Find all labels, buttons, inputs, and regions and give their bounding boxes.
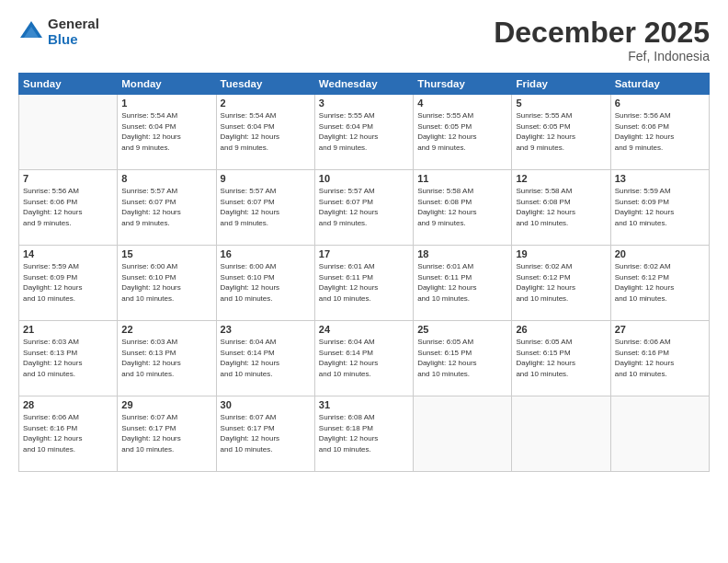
- calendar-page: General Blue December 2025 Fef, Indonesi…: [0, 0, 728, 563]
- day-info: Sunrise: 5:56 AM Sunset: 6:06 PM Dayligh…: [23, 186, 113, 228]
- calendar-cell: [512, 396, 610, 472]
- day-info: Sunrise: 6:05 AM Sunset: 6:15 PM Dayligh…: [516, 337, 606, 379]
- calendar-cell: 4Sunrise: 5:55 AM Sunset: 6:05 PM Daylig…: [414, 95, 512, 170]
- day-info: Sunrise: 6:07 AM Sunset: 6:17 PM Dayligh…: [121, 412, 211, 454]
- day-number: 26: [516, 324, 606, 335]
- calendar-cell: 8Sunrise: 5:57 AM Sunset: 6:07 PM Daylig…: [118, 170, 216, 246]
- day-number: 19: [516, 248, 606, 259]
- day-info: Sunrise: 5:56 AM Sunset: 6:06 PM Dayligh…: [615, 110, 705, 153]
- day-info: Sunrise: 5:57 AM Sunset: 6:07 PM Dayligh…: [121, 186, 211, 228]
- day-info: Sunrise: 6:03 AM Sunset: 6:13 PM Dayligh…: [121, 337, 211, 379]
- day-info: Sunrise: 6:02 AM Sunset: 6:12 PM Dayligh…: [516, 261, 606, 304]
- header-thursday: Thursday: [414, 74, 512, 95]
- day-info: Sunrise: 5:54 AM Sunset: 6:04 PM Dayligh…: [221, 110, 311, 153]
- calendar-body: 1Sunrise: 5:54 AM Sunset: 6:04 PM Daylig…: [19, 95, 710, 472]
- calendar-week-5: 28Sunrise: 6:06 AM Sunset: 6:16 PM Dayli…: [19, 396, 710, 472]
- calendar-cell: [414, 396, 512, 472]
- day-number: 9: [221, 173, 311, 184]
- header-saturday: Saturday: [610, 74, 709, 95]
- calendar-cell: 9Sunrise: 5:57 AM Sunset: 6:07 PM Daylig…: [216, 170, 314, 246]
- calendar-cell: 13Sunrise: 5:59 AM Sunset: 6:09 PM Dayli…: [610, 170, 709, 246]
- day-number: 12: [516, 173, 606, 184]
- calendar-cell: 1Sunrise: 5:54 AM Sunset: 6:04 PM Daylig…: [118, 95, 216, 170]
- calendar-cell: 24Sunrise: 6:04 AM Sunset: 6:14 PM Dayli…: [314, 321, 413, 396]
- calendar-cell: 26Sunrise: 6:05 AM Sunset: 6:15 PM Dayli…: [512, 321, 610, 396]
- day-info: Sunrise: 6:00 AM Sunset: 6:10 PM Dayligh…: [121, 261, 211, 304]
- day-info: Sunrise: 6:06 AM Sunset: 6:16 PM Dayligh…: [23, 412, 113, 454]
- calendar-cell: 11Sunrise: 5:58 AM Sunset: 6:08 PM Dayli…: [414, 170, 512, 246]
- calendar-cell: 17Sunrise: 6:01 AM Sunset: 6:11 PM Dayli…: [314, 246, 413, 321]
- day-number: 21: [23, 324, 113, 335]
- day-info: Sunrise: 6:05 AM Sunset: 6:15 PM Dayligh…: [417, 337, 507, 379]
- calendar-cell: 27Sunrise: 6:06 AM Sunset: 6:16 PM Dayli…: [610, 321, 709, 396]
- calendar-cell: 25Sunrise: 6:05 AM Sunset: 6:15 PM Dayli…: [414, 321, 512, 396]
- calendar-cell: 15Sunrise: 6:00 AM Sunset: 6:10 PM Dayli…: [118, 246, 216, 321]
- day-number: 15: [121, 248, 211, 259]
- day-info: Sunrise: 5:55 AM Sunset: 6:05 PM Dayligh…: [417, 110, 507, 153]
- day-number: 27: [615, 324, 705, 335]
- calendar-cell: [610, 396, 709, 472]
- day-info: Sunrise: 5:58 AM Sunset: 6:08 PM Dayligh…: [516, 186, 606, 228]
- calendar-cell: 18Sunrise: 6:01 AM Sunset: 6:11 PM Dayli…: [414, 246, 512, 321]
- day-info: Sunrise: 6:06 AM Sunset: 6:16 PM Dayligh…: [615, 337, 705, 379]
- calendar-table: Sunday Monday Tuesday Wednesday Thursday…: [18, 73, 710, 472]
- day-info: Sunrise: 5:55 AM Sunset: 6:04 PM Dayligh…: [319, 110, 409, 153]
- day-info: Sunrise: 6:01 AM Sunset: 6:11 PM Dayligh…: [319, 261, 409, 304]
- day-number: 1: [121, 98, 211, 109]
- day-info: Sunrise: 5:55 AM Sunset: 6:05 PM Dayligh…: [516, 110, 606, 153]
- day-number: 7: [23, 173, 113, 184]
- day-number: 29: [121, 399, 211, 410]
- day-info: Sunrise: 5:59 AM Sunset: 6:09 PM Dayligh…: [23, 261, 113, 304]
- day-number: 13: [615, 173, 705, 184]
- day-info: Sunrise: 6:02 AM Sunset: 6:12 PM Dayligh…: [615, 261, 705, 304]
- day-number: 5: [516, 98, 606, 109]
- logo-text: General Blue: [48, 17, 99, 47]
- calendar-cell: 7Sunrise: 5:56 AM Sunset: 6:06 PM Daylig…: [19, 170, 118, 246]
- day-number: 24: [319, 324, 409, 335]
- calendar-cell: 30Sunrise: 6:07 AM Sunset: 6:17 PM Dayli…: [216, 396, 314, 472]
- day-info: Sunrise: 6:00 AM Sunset: 6:10 PM Dayligh…: [221, 261, 311, 304]
- calendar-cell: 23Sunrise: 6:04 AM Sunset: 6:14 PM Dayli…: [216, 321, 314, 396]
- day-info: Sunrise: 6:04 AM Sunset: 6:14 PM Dayligh…: [319, 337, 409, 379]
- header: General Blue December 2025 Fef, Indonesi…: [18, 17, 710, 63]
- calendar-cell: 2Sunrise: 5:54 AM Sunset: 6:04 PM Daylig…: [216, 95, 314, 170]
- day-number: 25: [417, 324, 507, 335]
- day-number: 4: [417, 98, 507, 109]
- calendar-cell: 3Sunrise: 5:55 AM Sunset: 6:04 PM Daylig…: [314, 95, 413, 170]
- logo-icon: [18, 19, 44, 45]
- title-block: December 2025 Fef, Indonesia: [494, 17, 710, 63]
- day-number: 10: [319, 173, 409, 184]
- day-number: 30: [221, 399, 311, 410]
- day-number: 8: [121, 173, 211, 184]
- calendar-cell: 5Sunrise: 5:55 AM Sunset: 6:05 PM Daylig…: [512, 95, 610, 170]
- calendar-cell: [19, 95, 118, 170]
- calendar-cell: 21Sunrise: 6:03 AM Sunset: 6:13 PM Dayli…: [19, 321, 118, 396]
- header-friday: Friday: [512, 74, 610, 95]
- header-tuesday: Tuesday: [216, 74, 314, 95]
- day-number: 28: [23, 399, 113, 410]
- logo-blue: Blue: [48, 32, 99, 48]
- calendar-cell: 29Sunrise: 6:07 AM Sunset: 6:17 PM Dayli…: [118, 396, 216, 472]
- calendar-week-2: 7Sunrise: 5:56 AM Sunset: 6:06 PM Daylig…: [19, 170, 710, 246]
- day-number: 14: [23, 248, 113, 259]
- day-number: 17: [319, 248, 409, 259]
- day-number: 16: [221, 248, 311, 259]
- calendar-cell: 22Sunrise: 6:03 AM Sunset: 6:13 PM Dayli…: [118, 321, 216, 396]
- day-info: Sunrise: 6:04 AM Sunset: 6:14 PM Dayligh…: [221, 337, 311, 379]
- day-number: 2: [221, 98, 311, 109]
- day-number: 23: [221, 324, 311, 335]
- day-info: Sunrise: 5:59 AM Sunset: 6:09 PM Dayligh…: [615, 186, 705, 228]
- calendar-cell: 16Sunrise: 6:00 AM Sunset: 6:10 PM Dayli…: [216, 246, 314, 321]
- day-number: 11: [417, 173, 507, 184]
- day-info: Sunrise: 5:54 AM Sunset: 6:04 PM Dayligh…: [121, 110, 211, 153]
- day-info: Sunrise: 5:57 AM Sunset: 6:07 PM Dayligh…: [221, 186, 311, 228]
- header-row: Sunday Monday Tuesday Wednesday Thursday…: [19, 74, 710, 95]
- day-info: Sunrise: 5:57 AM Sunset: 6:07 PM Dayligh…: [319, 186, 409, 228]
- header-wednesday: Wednesday: [314, 74, 413, 95]
- calendar-cell: 6Sunrise: 5:56 AM Sunset: 6:06 PM Daylig…: [610, 95, 709, 170]
- calendar-header: Sunday Monday Tuesday Wednesday Thursday…: [19, 74, 710, 95]
- day-info: Sunrise: 6:07 AM Sunset: 6:17 PM Dayligh…: [221, 412, 311, 454]
- day-number: 22: [121, 324, 211, 335]
- header-monday: Monday: [118, 74, 216, 95]
- calendar-week-4: 21Sunrise: 6:03 AM Sunset: 6:13 PM Dayli…: [19, 321, 710, 396]
